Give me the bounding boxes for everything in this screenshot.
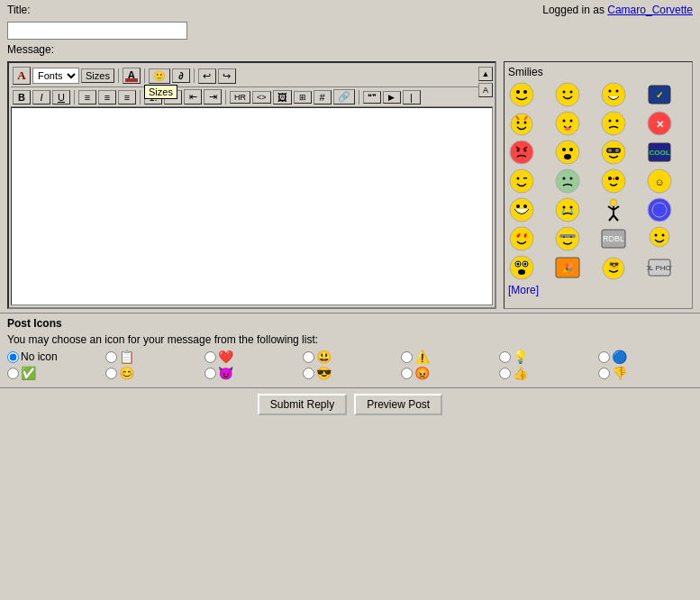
icon-radio-12[interactable] (499, 368, 511, 379)
icon-choice-no-icon[interactable]: No icon (7, 350, 102, 364)
smiley-wink[interactable] (508, 168, 535, 194)
smiley-cool[interactable] (600, 140, 627, 165)
title-label: Title: (7, 4, 31, 16)
more-smilies-link[interactable]: [More] (508, 284, 688, 296)
smiley-dance[interactable] (600, 197, 627, 223)
hr-btn[interactable]: HR (230, 91, 250, 104)
smiley-shocked[interactable] (554, 140, 581, 165)
italic-btn[interactable]: I (32, 90, 50, 105)
font-color-btn[interactable]: A (123, 68, 141, 84)
svg-point-0 (510, 83, 533, 106)
smiley-laugh[interactable] (508, 197, 535, 223)
icon-choice-3[interactable]: 😃 (303, 350, 397, 364)
smiley-tongue[interactable] (554, 111, 581, 136)
smiley-mechanic[interactable] (554, 226, 581, 251)
link-btn[interactable]: 🔗 (333, 89, 355, 105)
submit-reply-button[interactable]: Submit Reply (258, 394, 347, 415)
smiley-special5[interactable] (646, 197, 673, 223)
undo-btn[interactable]: ↩ (198, 68, 216, 84)
align-center-btn[interactable]: ≡ (98, 90, 116, 105)
redo-btn[interactable]: ↪ (218, 68, 236, 84)
smiley-special3[interactable]: COOL (646, 140, 673, 165)
smiley-special7[interactable]: COOL PHOTOS (646, 255, 673, 280)
no-icon-radio[interactable] (7, 351, 19, 363)
font-icon-btn[interactable]: A (13, 67, 31, 85)
message-textarea[interactable] (11, 107, 493, 305)
post-icon-9: 😈 (218, 366, 233, 380)
special-char-btn[interactable]: ∂ (172, 68, 190, 83)
expand-btn[interactable]: ▲ (478, 67, 493, 81)
fonts-select[interactable]: Fonts (32, 68, 79, 84)
smiley-special6[interactable]: RDBL (600, 226, 627, 251)
icon-choice-13[interactable]: 👎 (598, 366, 693, 380)
icon-choice-6[interactable]: 🔵 (598, 350, 693, 364)
username-link[interactable]: Camaro_Corvette (607, 4, 693, 16)
unordered-list-btn[interactable]: • (164, 90, 182, 105)
title-input[interactable] (7, 22, 187, 40)
svg-point-52 (570, 206, 573, 209)
sizes-btn[interactable]: Sizes (81, 68, 114, 83)
icon-choice-4[interactable]: ⚠️ (401, 350, 495, 364)
smiley-wow[interactable] (508, 255, 535, 280)
img-btn[interactable]: 🖼 (273, 90, 292, 105)
icon-radio-6[interactable] (598, 351, 610, 363)
icon-radio-9[interactable] (205, 368, 216, 379)
align-right-btn[interactable]: ≡ (118, 90, 136, 105)
table-btn[interactable]: ⊞ (294, 91, 312, 104)
icon-choice-1[interactable]: 📋 (105, 350, 200, 364)
icon-radio-1[interactable] (105, 351, 117, 363)
icon-radio-10[interactable] (303, 368, 314, 379)
smiley-party[interactable]: 🎉 (554, 255, 581, 280)
svg-point-37 (517, 177, 520, 180)
smiley-special1[interactable]: ✓ (646, 82, 673, 107)
icon-radio-7[interactable] (7, 368, 19, 379)
icon-radio-2[interactable] (205, 351, 216, 363)
icon-choice-12[interactable]: 👍 (499, 366, 594, 380)
icon-choice-9[interactable]: 😈 (205, 366, 299, 380)
icon-choice-2[interactable]: ❤️ (205, 350, 299, 364)
icon-choice-8[interactable]: 😊 (105, 366, 200, 380)
icon-choice-7[interactable]: ✅ (7, 366, 102, 380)
icon-radio-13[interactable] (598, 368, 610, 379)
bold-btn[interactable]: B (13, 90, 31, 105)
smiley-special4[interactable]: ☺ (646, 168, 673, 194)
smiley-sunglasses[interactable]: 😎 (600, 255, 627, 280)
icon-radio-8[interactable] (105, 368, 117, 379)
smiley-angry[interactable] (508, 140, 535, 165)
ordered-list-btn[interactable]: 1. (144, 90, 162, 105)
outdent-btn[interactable]: ⇤ (184, 89, 202, 105)
smiley-thumbsup[interactable] (646, 226, 673, 251)
media-btn[interactable]: ▶ (383, 91, 401, 104)
icon-radio-4[interactable] (401, 351, 413, 363)
smiley-grin[interactable] (600, 82, 627, 107)
svg-point-12 (517, 122, 520, 124)
smilies-title: Smilies (508, 66, 688, 78)
smiley-happy[interactable] (508, 82, 535, 107)
smiley-love[interactable]: ♥♥ (508, 226, 535, 251)
icon-choice-5[interactable]: 💡 (499, 350, 594, 364)
code-btn[interactable]: <> (252, 91, 271, 104)
smiley-special2[interactable]: ✕ (646, 111, 673, 136)
smiley-surprised[interactable]: ★ (600, 168, 627, 194)
icon-choice-10[interactable]: 😎 (303, 366, 397, 380)
preview-post-button[interactable]: Preview Post (354, 394, 442, 415)
smiley-confused[interactable] (600, 111, 627, 136)
indent-btn[interactable]: ⇥ (204, 89, 222, 105)
icon-radio-5[interactable] (499, 351, 511, 363)
smiley-devil[interactable] (508, 111, 535, 136)
icon-radio-11[interactable] (401, 368, 413, 379)
smiley-sick[interactable] (554, 168, 581, 194)
quote-btn[interactable]: ❝❞ (363, 91, 381, 104)
side-arrows: ▲ A (478, 65, 493, 97)
collapse-btn[interactable]: A (478, 83, 493, 97)
align-left-btn[interactable]: ≡ (78, 90, 96, 105)
svg-point-49 (523, 205, 527, 208)
smiley-btn[interactable]: 🙂 (149, 68, 170, 84)
icon-radio-3[interactable] (303, 351, 314, 363)
underline-btn[interactable]: U (52, 90, 70, 105)
smiley-cry[interactable] (554, 197, 581, 223)
smiley-smile[interactable] (554, 82, 581, 107)
misc-btn[interactable]: | (403, 90, 421, 105)
icon-choice-11[interactable]: 😡 (401, 366, 495, 380)
hash-btn[interactable]: # (314, 90, 332, 105)
